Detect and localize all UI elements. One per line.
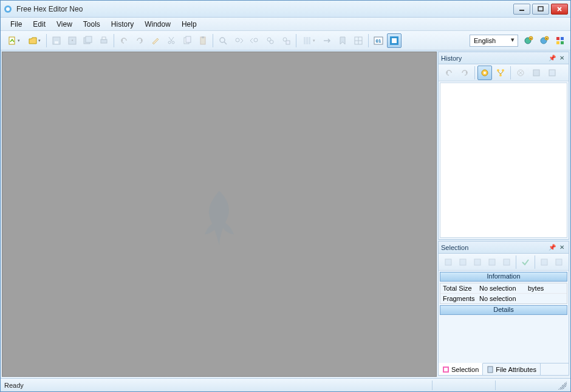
sel4-button: [485, 255, 499, 269]
file-attributes-tab-icon: [487, 366, 494, 373]
svg-rect-56: [504, 259, 510, 265]
tab-file-attributes[interactable]: File Attributes: [483, 363, 541, 375]
history-panel: History 📌 ✕: [438, 52, 569, 240]
hist-save-button: [529, 66, 544, 80]
copy-button: [180, 33, 194, 48]
svg-text:*: *: [72, 39, 74, 43]
svg-rect-27: [306, 37, 308, 44]
language-combo[interactable]: English: [470, 35, 518, 47]
svg-rect-2: [519, 10, 524, 11]
sel5-button: [500, 255, 513, 269]
selection-title: Selection: [441, 244, 547, 251]
dropdown-arrow-icon: ▾: [38, 38, 41, 43]
svg-rect-42: [556, 41, 559, 44]
redo-button: [132, 33, 147, 48]
menu-file[interactable]: File: [5, 19, 27, 30]
undo-button: [117, 33, 131, 48]
pin-icon[interactable]: 📌: [548, 243, 556, 252]
fullscreen-button[interactable]: [387, 33, 402, 48]
status-cell: [495, 380, 556, 390]
binary01-button[interactable]: 01: [371, 33, 386, 48]
svg-point-23: [270, 40, 273, 44]
history-toolbar: [439, 64, 569, 81]
close-button[interactable]: [551, 4, 568, 15]
svg-rect-25: [286, 41, 290, 44]
globe-plus-button[interactable]: +: [521, 33, 536, 48]
flags-button[interactable]: [553, 33, 567, 48]
title-bar: Free Hex Editor Neo: [1, 1, 570, 18]
watermark-icon: [183, 183, 256, 258]
toolbar-separator: [114, 34, 114, 47]
table-row: Total Size No selection bytes: [440, 283, 567, 294]
svg-text:01: 01: [376, 38, 381, 44]
toolbar-separator: [474, 66, 475, 79]
editor-workspace: [2, 52, 437, 377]
selection-panel: Selection 📌 ✕ Information Total Size No …: [438, 241, 569, 376]
svg-rect-10: [86, 36, 92, 42]
svg-text:+: +: [530, 36, 532, 40]
svg-point-48: [499, 74, 502, 76]
close-panel-icon[interactable]: ✕: [558, 54, 566, 63]
grid-button: [351, 33, 366, 48]
svg-rect-57: [541, 259, 547, 265]
sel1-button: [442, 255, 455, 269]
check-button: [519, 255, 532, 269]
dropdown-arrow-icon: ▾: [18, 38, 20, 43]
window-title: Free Hex Editor Neo: [16, 5, 513, 13]
history-list[interactable]: [440, 83, 567, 238]
information-header: Information: [440, 272, 567, 282]
svg-rect-18: [202, 36, 204, 38]
svg-rect-33: [392, 38, 397, 43]
svg-point-13: [168, 41, 171, 44]
status-bar: Ready: [1, 378, 570, 391]
menu-history[interactable]: History: [106, 19, 138, 30]
minimize-button[interactable]: [513, 4, 530, 15]
find-in-files-button: [279, 33, 293, 48]
sel7-button: [552, 255, 566, 269]
menu-bar: File Edit View Tools History Window Help: [1, 18, 570, 31]
resize-grip[interactable]: [558, 381, 567, 390]
selection-tabs: Selection File Attributes: [439, 363, 569, 375]
svg-point-20: [236, 38, 239, 42]
svg-rect-11: [101, 39, 107, 43]
save-as-button: *: [65, 33, 80, 48]
menu-help[interactable]: Help: [177, 19, 202, 30]
redo-sm-button: [457, 66, 472, 80]
svg-rect-16: [186, 36, 191, 42]
find-button: [216, 33, 230, 48]
toolbar-separator: [368, 34, 369, 47]
menu-view[interactable]: View: [52, 19, 77, 30]
svg-point-14: [172, 41, 174, 44]
sel3-button: [471, 255, 484, 269]
language-value: English: [474, 37, 496, 44]
replace-button: [263, 33, 278, 48]
svg-rect-58: [556, 259, 562, 265]
tab-selection[interactable]: Selection: [439, 363, 483, 375]
hist-tree-button[interactable]: [493, 66, 508, 80]
svg-point-1: [6, 7, 10, 11]
dropdown-arrow-icon: ▾: [313, 38, 315, 43]
new-file-button[interactable]: ▾: [4, 33, 23, 48]
hist-view-button[interactable]: [477, 66, 492, 80]
svg-point-47: [502, 69, 504, 72]
history-title: History: [441, 55, 547, 62]
app-icon: [3, 4, 13, 14]
cut-button: [164, 33, 179, 48]
svg-rect-6: [55, 41, 58, 44]
pin-icon[interactable]: 📌: [548, 54, 556, 63]
save-button: [49, 33, 64, 48]
selection-tab-icon: [442, 366, 450, 373]
svg-rect-12: [102, 37, 106, 39]
find-next-button: [231, 33, 246, 48]
menu-tools[interactable]: Tools: [78, 19, 105, 30]
menu-window[interactable]: Window: [140, 19, 176, 30]
svg-rect-51: [549, 70, 555, 76]
maximize-button[interactable]: [532, 4, 549, 15]
svg-rect-54: [474, 259, 480, 265]
open-file-button[interactable]: ▾: [24, 33, 44, 48]
close-panel-icon[interactable]: ✕: [558, 243, 566, 252]
globe-plus2-button[interactable]: +: [537, 33, 552, 48]
menu-edit[interactable]: Edit: [28, 19, 50, 30]
svg-text:+: +: [546, 36, 548, 40]
svg-rect-60: [444, 368, 448, 371]
